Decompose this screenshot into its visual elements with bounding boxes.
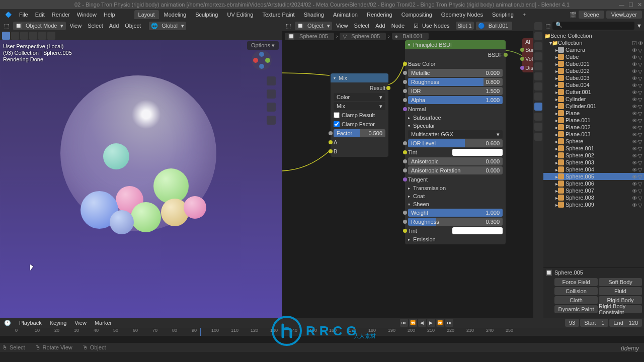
- roughness2-slider[interactable]: Roughness0.300: [408, 218, 503, 226]
- sheen-group[interactable]: ▾Sheen: [405, 200, 506, 208]
- blender-icon[interactable]: 🔷: [2, 11, 15, 19]
- minimize-icon[interactable]: —: [619, 2, 624, 8]
- outliner-row[interactable]: ▸Sphere.008👁▽: [543, 194, 644, 201]
- vp-menu-view[interactable]: View: [68, 22, 84, 30]
- tool-select[interactable]: [2, 32, 10, 40]
- material-selector[interactable]: 🔵 Ball.001: [476, 22, 513, 30]
- menu-edit[interactable]: Edit: [32, 11, 48, 19]
- node-mix[interactable]: ▾Mix Result Color▾ Mix▾ Clamp Result Cla…: [331, 73, 388, 157]
- btn-softbody[interactable]: Soft Body: [599, 278, 642, 286]
- tool-cursor[interactable]: [11, 32, 19, 40]
- tab-texture[interactable]: Texture Paint: [258, 10, 298, 19]
- multiscatter-select[interactable]: Multiscatter GGX▾: [408, 130, 503, 138]
- vp-menu-select[interactable]: Select: [86, 22, 105, 30]
- tint-swatch-1[interactable]: [452, 149, 503, 156]
- tool-move[interactable]: [20, 32, 28, 40]
- vtab-constraints[interactable]: [534, 113, 542, 121]
- outliner-row[interactable]: ▸Cylinder👁▽: [543, 96, 644, 103]
- outliner-row[interactable]: ▸Plane.003👁▽: [543, 131, 644, 138]
- node-object-selector[interactable]: 🔲 Object ▾: [295, 22, 332, 30]
- start-frame-field[interactable]: Start 1: [580, 319, 608, 327]
- outliner-row[interactable]: ▸Sphere.001👁▽: [543, 145, 644, 152]
- tl-menu-view[interactable]: View: [72, 319, 89, 327]
- node-menu-add[interactable]: Add: [373, 22, 387, 30]
- coat-group[interactable]: ▸Coat: [405, 192, 506, 200]
- outliner-filter-icon[interactable]: ▼: [636, 23, 642, 29]
- crumb-material[interactable]: ● Ball.001: [392, 33, 429, 40]
- outliner-row[interactable]: ▸Cube.003👁▽: [543, 74, 644, 81]
- outliner-row[interactable]: ▸Sphere.005👁▽: [543, 173, 644, 180]
- orientation-selector[interactable]: 🌐 Global ▾: [149, 22, 186, 30]
- btn-rbconstraint[interactable]: Rigid Body Constraint: [599, 305, 642, 313]
- menu-render[interactable]: Render: [49, 11, 73, 19]
- tl-menu-keying[interactable]: Keying: [48, 319, 69, 327]
- vtab-render[interactable]: [534, 22, 542, 30]
- outliner-row[interactable]: ▸Plane👁▽: [543, 110, 644, 117]
- zoom-icon[interactable]: [267, 76, 276, 85]
- socket-result[interactable]: [386, 86, 390, 90]
- outliner-row[interactable]: ▸Sphere.009👁▽: [543, 201, 644, 208]
- factor-slider[interactable]: Factor0.500: [334, 129, 385, 137]
- outliner-row[interactable]: ▸Cube👁▽: [543, 53, 644, 60]
- vp-menu-object[interactable]: Object: [123, 22, 143, 30]
- tab-sculpting[interactable]: Sculpting: [191, 10, 222, 19]
- outliner-row[interactable]: ▸Cube.001👁▽: [543, 60, 644, 67]
- tab-uv[interactable]: UV Editing: [223, 10, 257, 19]
- end-frame-field[interactable]: End 120: [609, 319, 642, 327]
- pan-icon[interactable]: [267, 89, 276, 99]
- tool-rotate[interactable]: [29, 32, 37, 40]
- node-principled-bsdf[interactable]: ▾Principled BSDF BSDF Base Color Metalli…: [405, 40, 506, 244]
- node-menu-select[interactable]: Select: [352, 22, 372, 30]
- socket-factor[interactable]: [329, 131, 333, 135]
- socket-a[interactable]: [329, 140, 333, 144]
- outliner-row[interactable]: ▸Cylinder.001👁▽: [543, 103, 644, 110]
- outliner-row[interactable]: ▸Cutter.001👁▽: [543, 88, 644, 96]
- outliner-row[interactable]: ▸Camera👁▽: [543, 46, 644, 53]
- play-icon[interactable]: ▶: [427, 319, 435, 327]
- outliner-search[interactable]: 🔍: [552, 22, 634, 30]
- menu-help[interactable]: Help: [101, 11, 118, 19]
- vtab-scene[interactable]: [534, 52, 542, 60]
- tl-menu-marker[interactable]: Marker: [93, 319, 114, 327]
- socket-basecolor[interactable]: [403, 62, 407, 66]
- tint-swatch-2[interactable]: [452, 227, 503, 234]
- outliner-row[interactable]: ▸Cube.004👁▽: [543, 81, 644, 88]
- btn-collision[interactable]: Collision: [554, 287, 598, 295]
- node-output-material[interactable]: Al Sur Vol Dis: [522, 38, 533, 72]
- outliner-row[interactable]: ▸Sphere.003👁▽: [543, 159, 644, 166]
- btn-forcefield[interactable]: Force Field: [554, 278, 598, 286]
- socket-b[interactable]: [329, 149, 333, 153]
- tab-rendering[interactable]: Rendering: [363, 10, 396, 19]
- outliner-row[interactable]: ▸Plane.001👁▽: [543, 117, 644, 124]
- btn-dynamicpaint[interactable]: Dynamic Paint: [554, 305, 598, 313]
- outliner-row[interactable]: ▸Sphere👁▽: [543, 138, 644, 145]
- timeline-type-icon[interactable]: 🕐: [2, 319, 13, 327]
- tab-scripting[interactable]: Scripting: [488, 10, 518, 19]
- play-reverse-icon[interactable]: ◀: [418, 319, 426, 327]
- bsdf-header[interactable]: ▾Principled BSDF: [405, 40, 506, 49]
- tab-layout[interactable]: Layout: [134, 10, 159, 19]
- viewlayer-selector[interactable]: ViewLayer: [606, 11, 642, 19]
- transmission-group[interactable]: ▸Transmission: [405, 184, 506, 192]
- vtab-output[interactable]: [534, 32, 542, 40]
- editor-type-icon[interactable]: ⬚: [2, 22, 11, 30]
- navigation-gizmo[interactable]: [251, 49, 273, 71]
- ior-slider[interactable]: IOR1.500: [408, 87, 503, 95]
- scene-selector[interactable]: Scene: [579, 11, 604, 19]
- tab-modeling[interactable]: Modeling: [160, 10, 191, 19]
- specular-group[interactable]: ▾Specular: [405, 122, 506, 130]
- metallic-slider[interactable]: Metallic0.000: [408, 69, 503, 77]
- menu-file[interactable]: File: [16, 11, 31, 19]
- ior-level-slider[interactable]: IOR Level0.600: [408, 139, 503, 147]
- vtab-world[interactable]: [534, 62, 542, 70]
- timeline-playhead[interactable]: [200, 328, 201, 336]
- maximize-icon[interactable]: ☐: [628, 2, 633, 8]
- tab-compositing[interactable]: Compositing: [397, 10, 436, 19]
- keyframe-prev-icon[interactable]: ⏪: [409, 319, 417, 327]
- slot-selector[interactable]: Slot 1: [456, 22, 474, 30]
- outliner-row[interactable]: ▸Sphere.006👁▽: [543, 180, 644, 187]
- close-icon[interactable]: ✕: [637, 2, 642, 8]
- anisotropic-slider[interactable]: Anisotropic0.000: [408, 157, 503, 165]
- subsurface-group[interactable]: ▸Subsurface: [405, 114, 506, 122]
- tab-add[interactable]: +: [519, 10, 530, 19]
